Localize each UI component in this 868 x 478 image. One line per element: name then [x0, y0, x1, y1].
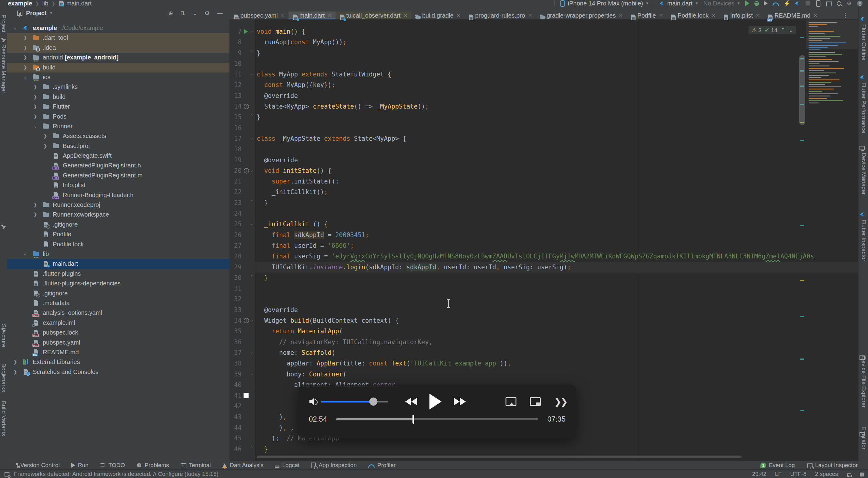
- tools-icon[interactable]: [1, 225, 5, 229]
- toolwindow-button-layout-inspector[interactable]: Layout Inspector: [807, 462, 858, 469]
- close-icon[interactable]: ✕: [404, 13, 408, 19]
- tree-item-pubspec.lock[interactable]: YMLpubspec.lock: [7, 328, 229, 337]
- close-icon[interactable]: ✕: [328, 13, 332, 19]
- toolwindow-toggle-icon[interactable]: [4, 472, 9, 477]
- code-line-8[interactable]: 8 runApp(const MyApp());: [229, 37, 858, 48]
- close-icon[interactable]: ✕: [457, 13, 460, 19]
- code-line-18[interactable]: 18: [229, 144, 858, 155]
- breadcrumb-item[interactable]: example: [8, 0, 32, 7]
- analysis-mark[interactable]: [800, 37, 804, 38]
- flutter-attach-icon[interactable]: [795, 1, 800, 6]
- override-icon[interactable]: ↑: [244, 104, 249, 109]
- tree-item-podfile[interactable]: Podfile: [7, 230, 229, 239]
- code-line-13[interactable]: 13 @override: [229, 91, 858, 101]
- tab-info.plist[interactable]: Info.plist✕: [719, 11, 764, 20]
- tree-item-.dart_tool[interactable]: ❯.dart_tool: [7, 33, 229, 43]
- chevron-right-icon[interactable]: ❯: [43, 133, 47, 139]
- code-line-24[interactable]: 24: [229, 208, 858, 219]
- next-issue-icon[interactable]: ⌄: [788, 27, 793, 34]
- code-line-29[interactable]: 29 TUICallKit.instance.login(sdkAppId: s…: [229, 262, 858, 273]
- code-line-37[interactable]: 37⌄ home: Scaffold(: [229, 348, 858, 358]
- fold-end-icon[interactable]: ⌃: [249, 274, 254, 280]
- stripe-item-flutter-inspector[interactable]: Flutter Inspector: [861, 219, 867, 261]
- fold-collapse-icon[interactable]: ⌄: [249, 167, 254, 173]
- more-icon[interactable]: ❯❯: [554, 396, 567, 407]
- flutter-icon[interactable]: [860, 17, 864, 21]
- fold-end-icon[interactable]: ⌃: [249, 49, 254, 56]
- tree-item-readme.md[interactable]: MDREADME.md: [7, 348, 229, 357]
- tree-item-generatedpluginregistrant.h[interactable]: C++GeneratedPluginRegistrant.h: [7, 161, 229, 171]
- code-line-11[interactable]: 11⌄class MyApp extends StatefulWidget {: [229, 69, 858, 80]
- tree-item-runner.xcworkspace[interactable]: ❯Runner.xcworkspace: [7, 210, 229, 219]
- close-icon[interactable]: ✕: [528, 13, 532, 19]
- tree-item-lib[interactable]: ⌄lib: [7, 249, 229, 259]
- tree-item-example[interactable]: ⌄example ~/Code/example: [7, 23, 229, 33]
- code-line-19[interactable]: 19 @override: [229, 155, 858, 166]
- tree-item-.gitignore[interactable]: .gitignore: [7, 289, 229, 298]
- analysis-mark[interactable]: [800, 225, 804, 226]
- tree-item-runner.xcodeproj[interactable]: ❯Runner.xcodeproj: [7, 200, 229, 210]
- inspections-widget[interactable]: ⚠ 3 ✔ 14 ⌃ ⌄: [749, 26, 796, 34]
- chevron-right-icon[interactable]: ❯: [23, 65, 27, 70]
- tree-item-scratches-and-consoles[interactable]: ❯Scratches and Consoles: [7, 367, 229, 377]
- stripe-item-device-manager[interactable]: Device Manager: [861, 153, 867, 195]
- run-config-selector[interactable]: main.dart▼: [659, 0, 699, 7]
- override-icon[interactable]: ↑: [244, 318, 249, 323]
- chevron-right-icon[interactable]: ❯: [23, 55, 27, 60]
- analysis-mark[interactable]: [800, 316, 804, 317]
- resource-grid-icon[interactable]: [1, 38, 5, 41]
- analysis-mark[interactable]: [800, 359, 804, 360]
- color-preview-swatch[interactable]: [243, 393, 249, 398]
- toolwindow-button-logcat[interactable]: Logcat: [275, 462, 300, 469]
- fold-collapse-icon[interactable]: ⌄: [249, 70, 254, 77]
- tab-gradle-wrapper.properties[interactable]: gradle-wrapper.properties✕: [536, 11, 626, 20]
- tab-tuicall_observer.dart[interactable]: tuicall_observer.dart✕: [336, 11, 411, 20]
- line-ending[interactable]: LF: [775, 471, 782, 477]
- devtools-icon[interactable]: [773, 2, 779, 6]
- tab-build.gradle[interactable]: build.gradle✕: [411, 11, 464, 20]
- settings-icon[interactable]: ⚙: [846, 1, 852, 6]
- tree-item-.metadata[interactable]: .metadata: [7, 298, 229, 308]
- tree-item-external-libraries[interactable]: ❯External Libraries: [7, 357, 229, 367]
- debug-icon[interactable]: [754, 1, 759, 6]
- chevron-right-icon[interactable]: ❯: [43, 143, 47, 149]
- chevron-right-icon[interactable]: ❯: [33, 94, 37, 99]
- hot-reload-icon[interactable]: ⚡: [784, 1, 789, 6]
- code-line-25[interactable]: 25⌄ _initCallkit () {: [229, 219, 858, 230]
- code-line-10[interactable]: 10: [229, 59, 858, 69]
- tree-item-.flutter-plugins[interactable]: .flutter-plugins: [7, 269, 229, 279]
- device-selector[interactable]: iPhone 14 Pro Max (mobile)▼: [559, 0, 649, 7]
- stripe-item-device-file-explorer[interactable]: Device File Explorer: [861, 356, 867, 408]
- code-line-12[interactable]: 12 const MyApp({key});: [229, 80, 858, 90]
- code-line-35[interactable]: 35 return MaterialApp(: [229, 326, 858, 337]
- stripe-item-flutter-outline[interactable]: Flutter Outline: [861, 24, 867, 60]
- tree-item-build[interactable]: ❯build: [7, 63, 229, 72]
- stripe-item-flutter-performance[interactable]: Flutter Performance: [861, 83, 867, 133]
- toolwindow-button-problems[interactable]: Problems: [136, 462, 169, 469]
- error-stripe[interactable]: [799, 20, 806, 461]
- vertical-scrollbar[interactable]: [799, 55, 805, 125]
- tree-item-build[interactable]: ❯build: [7, 92, 229, 102]
- fold-end-icon[interactable]: ⌃: [249, 445, 254, 452]
- toolwindow-button-run[interactable]: Run: [71, 462, 89, 469]
- collapse-icon[interactable]: ⌄: [192, 10, 197, 17]
- avatar[interactable]: [857, 1, 863, 6]
- tree-item-info.plist[interactable]: Info.plist: [7, 180, 229, 190]
- code-line-17[interactable]: 17⌄class _MyAppState extends State<MyApp…: [229, 133, 858, 144]
- toolwindow-button-event-log[interactable]: 1Event Log: [761, 462, 795, 469]
- hide-icon[interactable]: —: [217, 10, 223, 17]
- code-line-28[interactable]: 28 final userSig = 'eJyrVgrxCdYrSy1SslIy…: [229, 251, 858, 262]
- chevron-right-icon[interactable]: ❯: [33, 212, 37, 217]
- close-icon[interactable]: ✕: [756, 13, 760, 19]
- code-line-27[interactable]: 27 final userId = '6666';: [229, 240, 858, 251]
- volume-slider[interactable]: [321, 401, 388, 402]
- search-icon[interactable]: [837, 1, 841, 6]
- code-line-23[interactable]: 23⌃ }: [229, 198, 858, 208]
- tree-item-.flutter-plugins-dependencies[interactable]: .flutter-plugins-dependencies: [7, 279, 229, 289]
- code-line-36[interactable]: 36 // navigatorKey: TUICalling.navigator…: [229, 337, 858, 348]
- close-icon[interactable]: ✕: [619, 13, 623, 19]
- toolwindow-button-version-control[interactable]: Version Control: [15, 462, 60, 469]
- lock-icon[interactable]: [847, 474, 851, 477]
- breadcrumb-item[interactable]: main.dart: [66, 0, 92, 7]
- code-line-31[interactable]: 31: [229, 283, 858, 294]
